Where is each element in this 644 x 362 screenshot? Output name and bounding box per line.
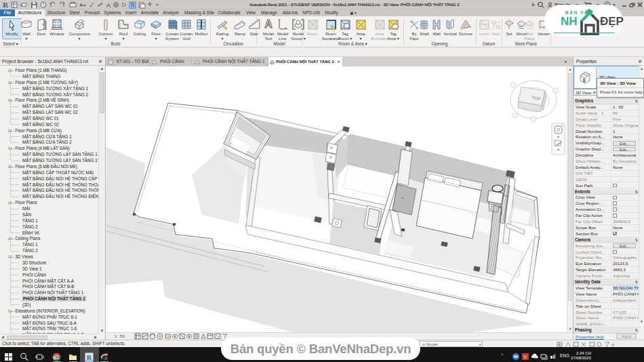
svg-text:R: R bbox=[3, 1, 9, 9]
svg-text:R: R bbox=[87, 354, 92, 361]
svg-text:A: A bbox=[106, 2, 110, 9]
svg-text:V: V bbox=[523, 354, 527, 360]
svg-text:A: A bbox=[264, 18, 273, 30]
